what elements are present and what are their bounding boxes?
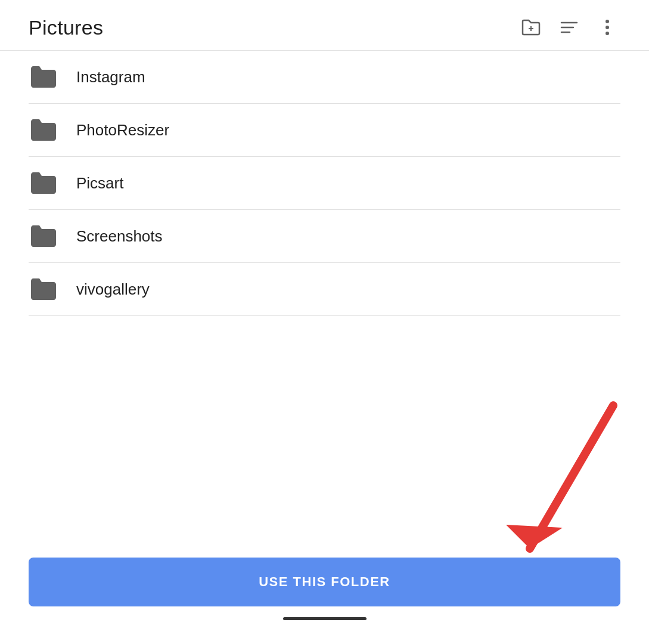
- list-item[interactable]: vivogallery: [29, 263, 620, 315]
- header-actions: [518, 14, 620, 41]
- use-this-folder-button[interactable]: USE THIS FOLDER: [29, 558, 620, 606]
- list-item[interactable]: Screenshots: [29, 210, 620, 262]
- folder-icon: [29, 276, 57, 302]
- new-folder-button[interactable]: [518, 14, 544, 41]
- file-picker-screen: Pictures: [0, 0, 649, 644]
- svg-point-7: [605, 32, 609, 35]
- folder-name: Screenshots: [76, 227, 163, 246]
- folder-name: Picsart: [76, 174, 123, 193]
- divider: [29, 315, 620, 316]
- svg-point-6: [605, 26, 609, 29]
- new-folder-icon: [521, 19, 541, 36]
- folder-icon: [29, 223, 57, 249]
- page-title: Pictures: [29, 16, 103, 39]
- folder-name: PhotoResizer: [76, 121, 169, 140]
- more-options-icon: [605, 19, 610, 36]
- svg-point-5: [605, 20, 609, 23]
- folder-list: Instagram PhotoResizer Picsart: [0, 51, 649, 546]
- list-item[interactable]: PhotoResizer: [29, 104, 620, 156]
- folder-icon: [29, 64, 57, 90]
- list-item[interactable]: Picsart: [29, 157, 620, 209]
- sort-button[interactable]: [556, 14, 582, 41]
- folder-name: vivogallery: [76, 280, 150, 299]
- home-indicator: [283, 617, 367, 620]
- header: Pictures: [0, 0, 649, 51]
- sort-icon: [560, 20, 578, 35]
- folder-icon: [29, 170, 57, 196]
- list-item[interactable]: Instagram: [29, 51, 620, 103]
- bottom-section: USE THIS FOLDER: [0, 546, 649, 644]
- folder-name: Instagram: [76, 68, 145, 86]
- folder-icon: [29, 117, 57, 143]
- more-options-button[interactable]: [594, 14, 620, 41]
- svg-rect-1: [529, 28, 533, 29]
